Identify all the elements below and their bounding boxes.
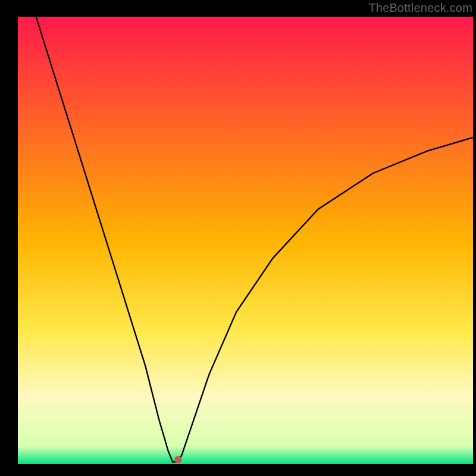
plot-background	[18, 17, 473, 464]
watermark-text: TheBottleneck.com	[368, 1, 472, 15]
chart-frame: TheBottleneck.com	[0, 0, 476, 476]
optimum-marker	[174, 456, 181, 463]
bottleneck-chart	[0, 0, 476, 476]
